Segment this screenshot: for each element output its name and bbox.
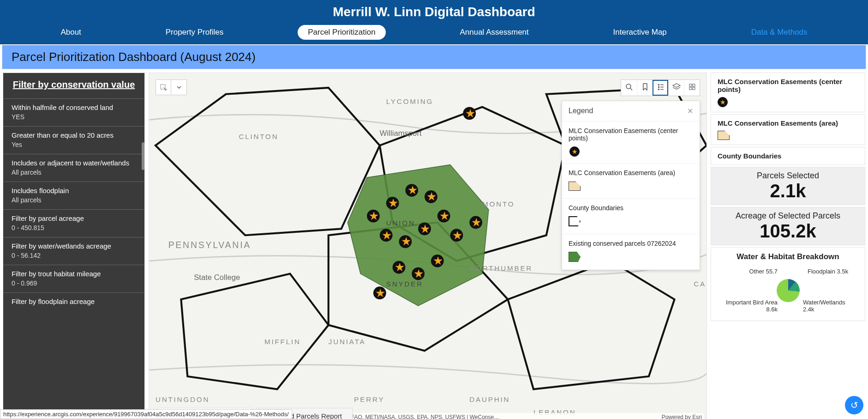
search-button[interactable] (621, 80, 637, 96)
svg-text:★: ★ (452, 229, 462, 242)
svg-text:PERRY: PERRY (354, 395, 384, 403)
legend-popup: Legend ✕ MLC Conservation Easements (cen… (562, 101, 700, 270)
filter-value: 0 - 0.969 (12, 279, 136, 287)
filter-label: Within halfmile of conserved land (12, 103, 136, 111)
filter-water-acreage[interactable]: Filter by water/wetlands acreage 0 - 56.… (3, 237, 144, 265)
card-easements-area: MLC Conservation Easements (area) (711, 114, 865, 145)
legend-entry-label: County Boundaries (569, 204, 693, 212)
filter-value: 0 - 450.815 (12, 224, 136, 231)
pie-label-bird: Important Bird Area 8.6k (722, 299, 778, 313)
stat-value: 105.2k (715, 221, 861, 241)
nav-interactive-map[interactable]: Interactive Map (603, 25, 677, 40)
filter-value: YES (12, 113, 136, 121)
filter-parcel-acreage[interactable]: Filter by parcel acreage 0 - 450.815 (3, 209, 144, 237)
svg-text:★: ★ (401, 235, 411, 248)
legend-close-button[interactable]: ✕ (687, 107, 693, 115)
svg-text:★: ★ (426, 190, 437, 203)
status-bar-url: https://experience.arcgis.com/experience… (0, 409, 292, 419)
svg-rect-56 (693, 84, 695, 86)
svg-text:UNION: UNION (386, 219, 415, 227)
svg-text:MONTO: MONTO (482, 200, 515, 208)
filter-water[interactable]: Includes or adjacent to water/wetlands A… (3, 154, 144, 182)
app-title: Merrill W. Linn Digital Dashboard (0, 0, 868, 22)
legend-entry: MLC Conservation Easements (area) (562, 164, 700, 199)
card-title: MLC Conservation Easements (center point… (718, 78, 858, 93)
filter-20acres[interactable]: Greater than or equal to 20 acres Yes (3, 126, 144, 154)
svg-text:★: ★ (375, 286, 385, 299)
main-nav: About Property Profiles Parcel Prioritiz… (0, 22, 868, 44)
filter-halfmile[interactable]: Within halfmile of conserved land YES (3, 98, 144, 126)
legend-button[interactable] (652, 80, 668, 96)
svg-rect-58 (693, 87, 695, 90)
nav-about[interactable]: About (50, 25, 91, 40)
legend-icon (657, 83, 664, 92)
right-panel: MLC Conservation Easements (center point… (711, 73, 865, 419)
area-icon (718, 131, 730, 140)
bookmark-icon (642, 83, 648, 92)
filter-floodplain[interactable]: Includes floodplain All parcels (3, 182, 144, 209)
nav-property-profiles[interactable]: Property Profiles (156, 25, 234, 40)
sidebar-scrollbar[interactable] (142, 142, 144, 170)
pie-icon (777, 279, 800, 302)
card-breakdown: Water & Habitat Breakdown Other 55.7 Imp… (711, 247, 865, 321)
svg-text:★: ★ (369, 209, 379, 222)
legend-entry-label: MLC Conservation Easements (center point… (569, 127, 693, 142)
svg-text:★: ★ (420, 222, 430, 235)
map-toolbar-left (156, 79, 187, 95)
legend-title: Legend (569, 107, 593, 115)
filter-floodplain-acreage[interactable]: Filter by floodplain acreage (3, 292, 144, 313)
nav-data-methods[interactable]: Data & Methods (741, 25, 818, 40)
card-title: MLC Conservation Easements (area) (718, 119, 858, 127)
pie-label-other: Other 55.7 (731, 268, 778, 275)
svg-text:★: ★ (439, 209, 449, 222)
filter-label: Filter by water/wetlands acreage (12, 242, 136, 250)
svg-text:PENNSYLVANIA: PENNSYLVANIA (168, 240, 251, 250)
svg-text:NORTHUMBER: NORTHUMBER (469, 264, 533, 272)
filter-label: Includes or adjacent to water/wetlands (12, 159, 136, 167)
filter-label: Filter by floodplain acreage (12, 298, 136, 305)
svg-text:State College: State College (194, 273, 240, 282)
grid-icon (688, 83, 696, 92)
filter-value: All parcels (12, 169, 136, 176)
select-dropdown-button[interactable] (171, 79, 187, 95)
svg-text:Williamsport: Williamsport (380, 129, 422, 138)
svg-text:CA: CA (694, 280, 706, 288)
map-container[interactable]: ★ ★ ★ ★ ★ ★ ★ ★ ★ ★ ★ ★ ★ ★ ★ LYCO (149, 73, 707, 419)
pie-label-floodplain: Floodplain 3.5k (808, 268, 854, 275)
svg-rect-51 (658, 86, 659, 88)
county-icon (569, 216, 581, 226)
pie-chart: Other 55.7 Important Bird Area 8.6k Floo… (718, 265, 858, 316)
nav-parcel-prioritization[interactable]: Parcel Prioritization (298, 25, 385, 40)
nav-annual-assessment[interactable]: Annual Assessment (449, 25, 539, 40)
svg-point-47 (626, 84, 631, 89)
svg-text:JUNIATA: JUNIATA (329, 338, 366, 346)
svg-line-48 (630, 88, 632, 90)
svg-text:★: ★ (382, 229, 392, 242)
card-county-boundaries: County Boundaries (711, 147, 865, 165)
legend-entry: MLC Conservation Easements (center point… (562, 121, 700, 164)
bookmark-button[interactable] (637, 80, 652, 96)
filter-trout[interactable]: Filter by trout habitat mileage 0 - 0.96… (3, 265, 144, 292)
basemap-button[interactable] (684, 80, 700, 96)
card-title: County Boundaries (718, 152, 858, 160)
app-header: Merrill W. Linn Digital Dashboard About … (0, 0, 868, 44)
star-icon: ★ (718, 97, 728, 107)
card-title: Water & Habitat Breakdown (718, 252, 858, 261)
svg-text:MIFFLIN: MIFFLIN (264, 338, 301, 346)
filter-label: Includes floodplain (12, 187, 136, 194)
select-tool-button[interactable] (156, 79, 171, 95)
filter-sidebar: Filter by conservation value Within half… (3, 73, 145, 419)
legend-entry: County Boundaries (562, 199, 700, 234)
map-toolbar-right (621, 79, 700, 96)
svg-rect-57 (689, 87, 692, 90)
reset-fab[interactable]: ↺ (845, 396, 863, 414)
filter-label: Filter by parcel acreage (12, 214, 136, 222)
area-icon (569, 182, 581, 191)
legend-entry: Existing conserved parcels 07262024 (562, 234, 700, 270)
svg-text:UNTINGDON: UNTINGDON (156, 395, 210, 403)
stat-acreage: Acreage of Selected Parcels 105.2k (711, 207, 865, 245)
layers-button[interactable] (668, 80, 684, 96)
layers-icon (672, 83, 681, 92)
stat-parcels-selected: Parcels Selected 2.1k (711, 167, 865, 205)
filter-label: Greater than or equal to 20 acres (12, 131, 136, 139)
